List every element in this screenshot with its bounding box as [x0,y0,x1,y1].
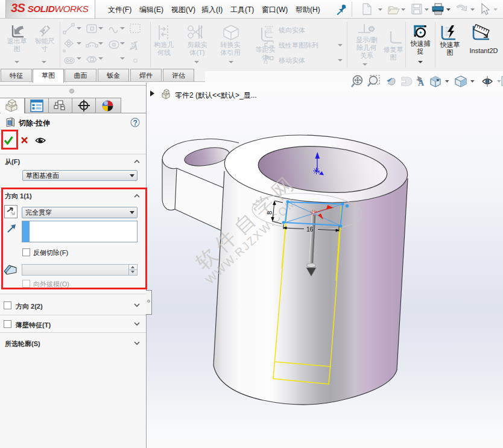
svg-text:?: ? [133,119,138,127]
svg-text:A: A [129,39,138,52]
svg-text:8: 8 [266,211,273,215]
svg-text:16: 16 [306,226,314,233]
